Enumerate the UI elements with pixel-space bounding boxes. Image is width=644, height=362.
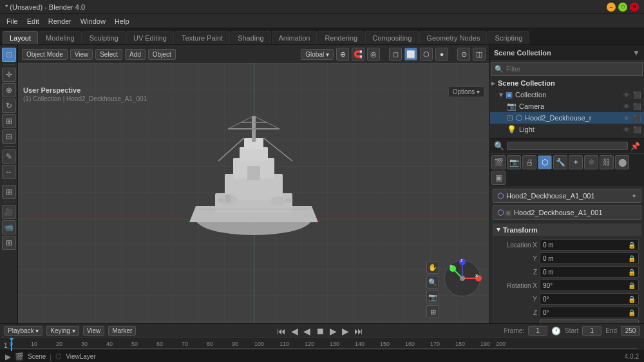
play-btn[interactable]: ▶ [328, 326, 338, 336]
rotation-x-field[interactable]: 90° 🔒 [540, 280, 639, 291]
prop-tab-scene[interactable]: 🎬 [491, 155, 506, 169]
current-frame-field[interactable]: 1 [528, 326, 547, 336]
prop-search-input[interactable] [507, 142, 628, 150]
prop-tab-material[interactable]: ⬤ [615, 155, 629, 169]
tab-shading[interactable]: Shading [231, 31, 270, 44]
vp-object-menu[interactable]: Object [148, 49, 176, 60]
play-back-btn[interactable]: ◀ [302, 326, 312, 336]
prop-tab-physics[interactable]: ⚛ [584, 155, 598, 169]
outliner-item-mesh[interactable]: ⊡ ⬡ Hood2_Deckhouse_r 👁 ⬛ [490, 112, 644, 124]
timeline-marker-btn[interactable]: Marker [108, 326, 136, 336]
rotation-z-lock-icon[interactable]: 🔒 [628, 309, 636, 316]
camera-eye-icon[interactable]: 👁 [622, 102, 631, 111]
location-y-field[interactable]: 0 m 🔒 [540, 252, 639, 264]
vp-view-menu[interactable]: View [70, 49, 93, 60]
vp-snap-icon[interactable]: 🧲 [352, 48, 365, 61]
vp-transform-icon[interactable]: ⊕ [336, 48, 349, 61]
prop-search-icon[interactable]: 🔍 [494, 141, 504, 151]
tab-animation[interactable]: Animation [272, 31, 317, 44]
tab-texture-paint[interactable]: Texture Paint [175, 31, 230, 44]
prop-tab-modifier[interactable]: 🔧 [553, 155, 567, 169]
transform-section-header[interactable]: ▾ Transform [493, 224, 641, 236]
tool-select[interactable]: ⊡ [2, 48, 16, 62]
rotation-x-lock-icon[interactable]: 🔒 [628, 282, 636, 289]
vp-mode-select[interactable]: Object Mode [22, 49, 68, 60]
tab-geometry-nodes[interactable]: Geometry Nodes [419, 31, 487, 44]
object-name-bar[interactable]: ⬡ Hood2_Deckhouse_A1_001 ✦ [493, 189, 641, 203]
close-button[interactable]: ✕ [630, 3, 639, 12]
timeline-playback-btn[interactable]: Playback ▾ [4, 326, 43, 336]
collection-eye-icon[interactable]: 👁 [622, 90, 631, 99]
frame-start-field[interactable]: 1 [582, 326, 601, 336]
vp-render-mode[interactable]: ● [435, 48, 448, 61]
tool-scale[interactable]: ⊞ [2, 114, 16, 128]
tool-annotate[interactable]: ✎ [2, 149, 16, 164]
prop-tab-output[interactable]: 🖨 [522, 155, 536, 169]
timeline-track[interactable]: 0 10 20 30 40 50 60 70 80 90 100 110 120… [0, 338, 644, 350]
vp-wire-mode[interactable]: ◻ [389, 48, 402, 61]
location-x-field[interactable]: 0 m 🔒 [540, 239, 639, 251]
location-z-field[interactable]: 0 m 🔒 [540, 266, 639, 278]
navigation-gizmo[interactable]: X Y Z [443, 259, 482, 298]
outliner-item-collection[interactable]: ▾ ▣ Collection 👁 ⬛ [490, 89, 644, 100]
light-eye-icon[interactable]: 👁 [622, 125, 631, 134]
tab-modeling[interactable]: Modeling [39, 31, 82, 44]
vp-material-mode[interactable]: ⬡ [420, 48, 433, 61]
viewport-canvas[interactable]: User Perspective (1) Collection | Hood2_… [18, 63, 489, 323]
tab-rendering[interactable]: Rendering [317, 31, 365, 44]
prop-tab-data[interactable]: ▣ [491, 171, 506, 185]
viewport-3d[interactable]: Object Mode View Select Add Object Globa… [18, 45, 489, 323]
prop-tab-object[interactable]: ⬡ [538, 155, 552, 169]
rotation-y-field[interactable]: 0° 🔒 [540, 293, 639, 305]
tab-sculpting[interactable]: Sculpting [82, 31, 126, 44]
vp-add-menu[interactable]: Add [125, 49, 146, 60]
location-z-lock-icon[interactable]: 🔒 [628, 269, 636, 276]
light-render-icon[interactable]: ⬛ [632, 125, 641, 134]
vp-proportional-icon[interactable]: ◎ [367, 48, 380, 61]
outliner-item-scene-collection[interactable]: ▸ Scene Collection [490, 77, 644, 89]
location-y-lock-icon[interactable]: 🔒 [628, 255, 636, 262]
menu-window[interactable]: Window [77, 16, 109, 26]
next-frame-btn[interactable]: ▶ [341, 326, 350, 336]
prop-pin-icon[interactable]: 📌 [630, 142, 640, 151]
tool-rotate[interactable]: ↻ [2, 99, 16, 113]
tool-transform[interactable]: ⊟ [2, 129, 16, 144]
stop-btn[interactable]: ⏹ [314, 326, 326, 336]
prev-frame-btn[interactable]: ◀ [290, 326, 299, 336]
vp-global-select[interactable]: Global ▾ [301, 49, 334, 60]
mesh-render-icon[interactable]: ⬛ [632, 113, 641, 122]
minimize-button[interactable]: – [607, 3, 616, 12]
outliner-item-light[interactable]: 💡 Light 👁 ⬛ [490, 124, 644, 135]
rotation-y-lock-icon[interactable]: 🔒 [628, 296, 636, 303]
play-last-frame-btn[interactable]: ⏭ [353, 326, 365, 336]
mesh-eye-icon[interactable]: 👁 [622, 113, 631, 122]
vp-solid-mode[interactable]: ⬜ [404, 48, 417, 61]
prop-tab-constraints[interactable]: ⛓ [600, 155, 614, 169]
vp-hand-icon[interactable]: ✋ [426, 261, 439, 274]
rotation-mode-select[interactable]: XYZ Euler ▾ [540, 319, 639, 323]
outliner-search-input[interactable] [506, 66, 639, 73]
menu-edit[interactable]: Edit [23, 16, 43, 26]
camera-render-icon[interactable]: ⬛ [632, 102, 641, 111]
prop-tab-particles[interactable]: ✦ [569, 155, 583, 169]
prop-tab-render[interactable]: 📷 [507, 155, 521, 169]
menu-file[interactable]: File [3, 16, 22, 26]
viewport-options-button[interactable]: Options ▾ [448, 86, 484, 97]
object-data-name-bar[interactable]: ⬡ ▣ Hood2_Deckhouse_A1_001 [493, 205, 641, 220]
vp-camera-view-icon[interactable]: 📷 [426, 291, 439, 303]
frame-end-field[interactable]: 250 [621, 326, 640, 336]
tool-add-cube[interactable]: ⊞ [2, 185, 16, 199]
tab-uv-editing[interactable]: UV Editing [126, 31, 174, 44]
tab-compositing[interactable]: Compositing [365, 31, 419, 44]
location-x-lock-icon[interactable]: 🔒 [628, 242, 636, 249]
tab-layout[interactable]: Layout [3, 31, 38, 44]
menu-render[interactable]: Render [44, 16, 75, 26]
collection-render-icon[interactable]: ⬛ [632, 90, 641, 99]
timeline-keying-btn[interactable]: Keying ▾ [46, 326, 79, 336]
outliner-search-bar[interactable]: 🔍 [491, 62, 643, 76]
vp-grid-icon[interactable]: ⊞ [426, 305, 439, 318]
vp-zoom-icon[interactable]: 🔍 [426, 276, 439, 289]
rotation-z-field[interactable]: 0° 🔒 [540, 307, 639, 318]
menu-help[interactable]: Help [111, 16, 133, 26]
outliner-item-camera[interactable]: 📷 Camera 👁 ⬛ [490, 100, 644, 112]
